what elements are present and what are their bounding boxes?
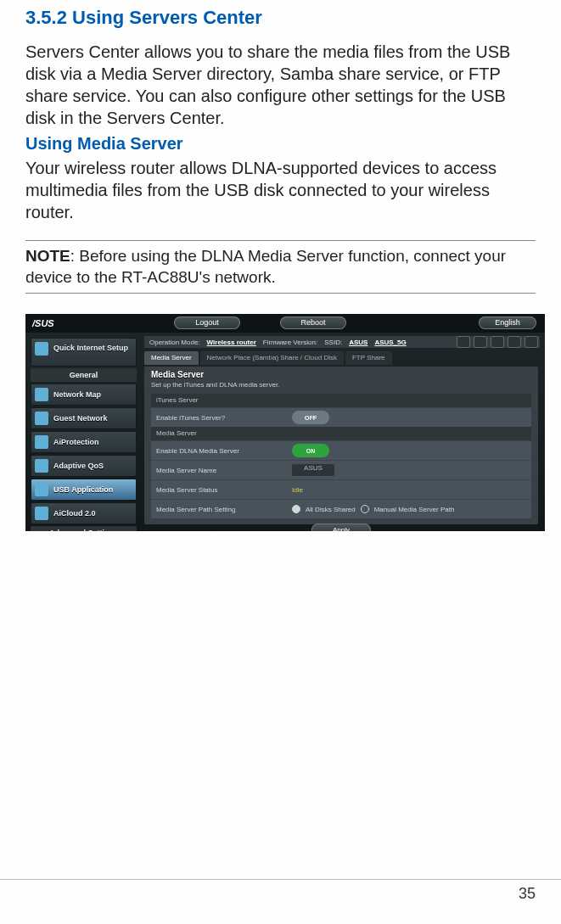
tab-media-server[interactable]: Media Server bbox=[144, 351, 199, 365]
server-name-input[interactable]: ASUS bbox=[292, 464, 334, 476]
sidebar-item-network-map[interactable]: Network Map bbox=[31, 384, 137, 406]
status-icon-row bbox=[457, 336, 538, 348]
tab-ftp-share[interactable]: FTP Share bbox=[345, 351, 392, 365]
dlna-toggle[interactable]: ON bbox=[292, 444, 329, 457]
sidebar-label: Adaptive QoS bbox=[53, 462, 104, 470]
row-itunes-enable: Enable iTunes Server? OFF bbox=[151, 407, 531, 427]
radio-manual-path[interactable] bbox=[361, 505, 369, 513]
router-admin-screenshot: /SUS Logout Reboot English Operation Mod… bbox=[25, 314, 545, 531]
sidebar-label: Guest Network bbox=[53, 414, 108, 423]
sidebar-label: AiCloud 2.0 bbox=[53, 509, 96, 518]
server-status-label: Media Server Status bbox=[151, 486, 292, 494]
row-path-setting: Media Server Path Setting All Disks Shar… bbox=[151, 499, 531, 518]
mode-label: Operation Mode: bbox=[149, 339, 200, 346]
server-status-value: Idle bbox=[292, 486, 303, 494]
ssid-1[interactable]: ASUS bbox=[349, 339, 367, 346]
sidebar-item-aiprotection[interactable]: AiProtection bbox=[31, 431, 137, 453]
path-setting-label: Media Server Path Setting bbox=[151, 506, 292, 513]
apply-button[interactable]: Apply bbox=[311, 524, 371, 531]
brand-logo: /SUS bbox=[32, 318, 54, 328]
sidebar-section-advanced: Advanced Settings bbox=[31, 526, 137, 531]
panel-subtitle: Set up the iTunes and DLNA media server. bbox=[151, 381, 531, 389]
map-icon bbox=[35, 388, 48, 401]
usb-icon bbox=[35, 483, 48, 496]
settings-panel: Media Server Set up the iTunes and DLNA … bbox=[144, 367, 538, 524]
note-label: NOTE bbox=[25, 247, 70, 265]
status-icon[interactable] bbox=[491, 336, 504, 348]
section-intro: Servers Center allows you to share the m… bbox=[25, 41, 536, 129]
section-heading: 3.5.2 Using Servers Center bbox=[25, 0, 536, 29]
qos-icon bbox=[35, 459, 48, 473]
sidebar-label: Network Map bbox=[53, 390, 101, 399]
sidebar-item-adaptive-qos[interactable]: Adaptive QoS bbox=[31, 455, 137, 477]
sub-intro: Your wireless router allows DLNA-support… bbox=[25, 157, 536, 223]
radio-all-disks[interactable] bbox=[292, 505, 300, 513]
row-server-status: Media Server Status Idle bbox=[151, 479, 531, 499]
sidebar-item-usb-application[interactable]: USB Application bbox=[31, 479, 137, 501]
status-icon[interactable] bbox=[525, 336, 538, 348]
ssid-label: SSID: bbox=[324, 339, 342, 346]
status-icon[interactable] bbox=[474, 336, 487, 348]
page-footer: 35 bbox=[0, 879, 561, 903]
panel-title: Media Server bbox=[151, 370, 531, 379]
server-name-label: Media Server Name bbox=[151, 467, 292, 474]
subheading: Using Media Server bbox=[25, 134, 536, 154]
sidebar: Quick Internet Setup General Network Map… bbox=[31, 338, 137, 531]
note-block: NOTE: Before using the DLNA Media Server… bbox=[25, 243, 536, 294]
section-number: 3.5.2 bbox=[25, 7, 67, 28]
status-icon[interactable] bbox=[457, 336, 470, 348]
guest-icon bbox=[35, 412, 48, 425]
media-header: Media Server bbox=[151, 427, 531, 440]
ssid-2[interactable]: ASUS_5G bbox=[374, 339, 406, 346]
shield-icon bbox=[35, 435, 48, 449]
cloud-icon bbox=[35, 507, 48, 520]
fw-label: Firmware Version: bbox=[263, 339, 317, 346]
note-text: : Before using the DLNA Media Server fun… bbox=[25, 247, 506, 286]
sidebar-section-general: General bbox=[31, 368, 137, 382]
sidebar-item-aicloud[interactable]: AiCloud 2.0 bbox=[31, 502, 137, 524]
page-number: 35 bbox=[519, 885, 536, 902]
tab-row: Media Server Network Place (Samba) Share… bbox=[144, 351, 392, 365]
sidebar-quick-setup[interactable]: Quick Internet Setup bbox=[31, 338, 137, 367]
radio-manual-path-label: Manual Media Server Path bbox=[374, 506, 455, 513]
sidebar-label: AiProtection bbox=[53, 438, 99, 446]
reboot-button[interactable]: Reboot bbox=[280, 316, 346, 329]
radio-all-disks-label: All Disks Shared bbox=[306, 506, 356, 513]
mode-value[interactable]: Wireless router bbox=[207, 339, 256, 346]
row-dlna-enable: Enable DLNA Media Server ON bbox=[151, 440, 531, 460]
wizard-icon bbox=[35, 342, 48, 356]
status-icon[interactable] bbox=[508, 336, 521, 348]
logout-button[interactable]: Logout bbox=[174, 316, 240, 329]
section-title-text: Using Servers Center bbox=[72, 7, 262, 28]
language-button[interactable]: English bbox=[479, 316, 536, 329]
row-server-name: Media Server Name ASUS bbox=[151, 460, 531, 479]
sidebar-label: USB Application bbox=[53, 485, 113, 494]
sidebar-item-guest-network[interactable]: Guest Network bbox=[31, 407, 137, 429]
divider bbox=[25, 240, 536, 241]
itunes-toggle[interactable]: OFF bbox=[292, 411, 329, 424]
itunes-header: iTunes Server bbox=[151, 394, 531, 407]
itunes-enable-label: Enable iTunes Server? bbox=[151, 414, 292, 422]
sidebar-label: Quick Internet Setup bbox=[53, 344, 128, 352]
tab-samba-share[interactable]: Network Place (Samba) Share / Cloud Disk bbox=[200, 351, 344, 365]
dlna-enable-label: Enable DLNA Media Server bbox=[151, 447, 292, 455]
